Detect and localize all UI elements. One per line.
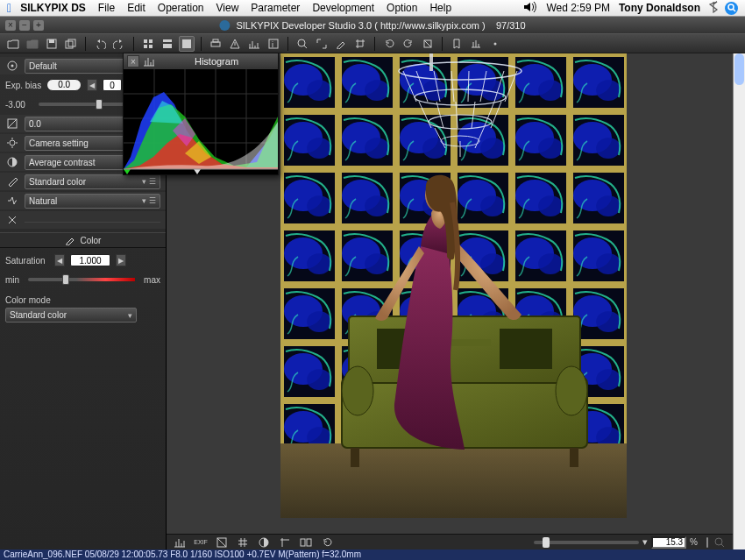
highlight-warning[interactable] — [214, 535, 230, 550]
bottom-toolbar: EXIF ▾ % — [167, 534, 733, 549]
exp-bias-label: Exp. bias — [5, 81, 41, 90]
saturation-slider[interactable] — [28, 278, 135, 281]
menubar-clock[interactable]: Wed 2:59 PM — [546, 2, 609, 14]
exp-bias-input[interactable] — [103, 79, 122, 91]
histogram-toggle[interactable] — [172, 535, 188, 550]
eyedrop-tool-button[interactable] — [333, 36, 349, 52]
app-name[interactable]: SILKYPIX DS — [20, 2, 86, 14]
open-file-button[interactable] — [25, 36, 40, 52]
color-dropdown[interactable]: Standard color▾ ☰ — [25, 174, 160, 189]
svg-line-70 — [721, 544, 724, 547]
svg-rect-67 — [301, 539, 305, 546]
fit-tool-button[interactable] — [314, 36, 330, 52]
tools-icon — [5, 213, 19, 227]
menubar-user[interactable]: Tony Donaldson — [619, 2, 700, 14]
mac-menubar:  SILKYPIX DS File Edit Operation View P… — [0, 0, 745, 17]
window-minimize-button[interactable]: − — [19, 20, 30, 31]
sharp-dropdown[interactable]: Natural▾ ☰ — [25, 194, 160, 209]
settings-button[interactable] — [468, 36, 484, 52]
menu-parameter[interactable]: Parameter — [251, 2, 300, 14]
crop-tool-button[interactable] — [352, 36, 368, 52]
menu-help[interactable]: Help — [429, 2, 451, 14]
bluetooth-icon[interactable] — [709, 1, 718, 16]
window-close-button[interactable]: × — [5, 20, 16, 31]
vertical-scrollbar[interactable] — [733, 53, 745, 549]
horizontal-scrollbar[interactable] — [706, 537, 708, 548]
brush-icon — [65, 235, 75, 245]
slider-max-label: max — [144, 275, 160, 285]
view-combo-button[interactable] — [160, 36, 175, 52]
crop-toggle[interactable] — [277, 535, 293, 550]
menu-development[interactable]: Development — [312, 2, 374, 14]
print-button[interactable] — [208, 36, 224, 52]
apple-menu-icon[interactable]:  — [7, 1, 11, 15]
svg-rect-11 — [163, 44, 172, 48]
refresh-button[interactable] — [319, 535, 335, 550]
menu-file[interactable]: File — [98, 2, 115, 14]
exp-bias-left[interactable]: ◀ — [87, 79, 97, 91]
histogram-panel[interactable]: × Histogram — [123, 53, 279, 175]
info-button[interactable]: i — [266, 36, 281, 52]
zoom-tool-button[interactable] — [294, 36, 310, 52]
color-icon — [5, 174, 19, 188]
mark-button[interactable] — [449, 36, 465, 52]
saturation-label: Saturation — [5, 256, 49, 266]
menu-operation[interactable]: Operation — [158, 2, 204, 14]
main-toolbar: i — [0, 33, 745, 53]
svg-rect-62 — [351, 448, 359, 467]
exp-bias-value[interactable]: 0.0 — [46, 79, 82, 91]
svg-rect-8 — [144, 45, 147, 48]
svg-text:i: i — [272, 40, 273, 49]
zoom-slider[interactable] — [534, 541, 639, 544]
svg-rect-6 — [144, 39, 147, 43]
zoom-input[interactable] — [651, 536, 686, 549]
saturation-inc[interactable]: ▶ — [116, 254, 126, 266]
color-mode-label: Color mode — [5, 295, 160, 305]
spotlight-icon[interactable] — [725, 2, 738, 15]
open-folder-button[interactable] — [5, 36, 21, 52]
histogram-button[interactable] — [246, 36, 262, 52]
save-button[interactable] — [44, 36, 60, 52]
preset-icon — [5, 59, 19, 73]
warning-button[interactable] — [227, 36, 243, 52]
menu-option[interactable]: Option — [387, 2, 417, 14]
slider-min-label: min — [5, 275, 19, 285]
exif-toggle[interactable]: EXIF — [193, 535, 209, 550]
batch-save-button[interactable] — [63, 36, 79, 52]
grid-toggle[interactable] — [235, 535, 251, 550]
rotate-180-button[interactable] — [420, 36, 436, 52]
histogram-chart — [124, 69, 278, 174]
view-thumbnail-button[interactable] — [140, 36, 156, 52]
image-preview[interactable] — [280, 53, 627, 518]
rotate-ccw-button[interactable] — [381, 36, 397, 52]
svg-rect-58 — [500, 329, 552, 369]
svg-line-19 — [304, 46, 307, 48]
window-zoom-button[interactable]: + — [33, 20, 44, 31]
view-preview-button[interactable] — [179, 36, 195, 52]
svg-rect-12 — [182, 39, 191, 48]
menu-view[interactable]: View — [216, 2, 239, 14]
saturation-input[interactable] — [70, 254, 110, 266]
status-bar: CarrieAnn_096.NEF 05/08/29 12:00:05.73 F… — [0, 549, 745, 560]
image-counter: 97/310 — [496, 20, 526, 31]
scroll-corner[interactable] — [712, 535, 727, 550]
redo-button[interactable] — [111, 36, 127, 52]
svg-rect-10 — [163, 39, 172, 42]
svg-rect-5 — [68, 39, 75, 46]
undo-button[interactable] — [92, 36, 108, 52]
reset-button[interactable] — [487, 36, 503, 52]
saturation-dec[interactable]: ◀ — [54, 254, 65, 266]
color-section-header: Color — [0, 232, 166, 248]
compare-toggle[interactable] — [298, 535, 314, 550]
color-mode-dropdown[interactable]: Standard color▾ — [5, 308, 137, 323]
svg-point-61 — [556, 366, 587, 415]
svg-rect-16 — [269, 39, 278, 48]
tone-icon — [5, 155, 19, 169]
volume-icon[interactable] — [523, 2, 537, 15]
svg-rect-3 — [49, 39, 54, 43]
rotate-cw-button[interactable] — [401, 36, 416, 52]
menu-edit[interactable]: Edit — [127, 2, 145, 14]
bw-toggle[interactable] — [256, 535, 272, 550]
histogram-close-button[interactable]: × — [127, 55, 139, 67]
svg-rect-4 — [66, 41, 73, 48]
